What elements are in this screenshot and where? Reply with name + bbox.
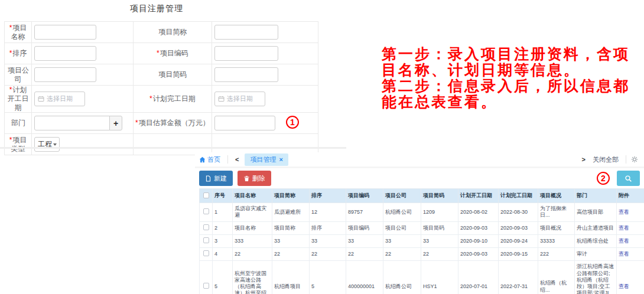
field-label: 部门 [5,113,32,134]
form-panel-edge [0,147,346,149]
project-type-select[interactable]: 工程 [34,137,60,152]
grid-body: 1瓜沥容灾减灾避瓜沥避难所1289757杭绍甬公司12092020-08-022… [200,203,644,294]
annotation-circle-1: 1 [286,116,299,129]
table-cell: 333 [233,234,272,247]
required-mark: * [9,24,12,32]
project-short-code-input[interactable] [214,67,278,82]
table-cell: 瓜沥避难所 [272,203,310,222]
project-short-name-input[interactable] [214,25,278,40]
select-all-checkbox[interactable] [203,192,209,198]
table-cell: 杭州至宁波国家高速公路（杭绍甬高速）杭州至绍兴段 [233,261,272,294]
table-cell: 33333 [538,234,575,247]
field-label: *计划开工日期 [5,86,32,113]
add-department-button[interactable]: + [109,116,122,130]
calendar-icon [218,96,225,102]
file-icon [205,175,212,182]
department-input[interactable] [34,116,110,130]
row-checkbox[interactable] [203,250,209,256]
column-header: 项目简码 [421,189,458,203]
table-cell: 89757 [346,203,383,222]
sort-order-input[interactable] [34,46,96,61]
plan-start-date-input[interactable]: 选择日期 [34,92,85,106]
table-cell: 2020-09-03 [458,248,499,261]
table-cell: 2020-07-01 [458,261,499,294]
home-tab[interactable]: 首页 [199,155,224,164]
gear-icon[interactable] [630,156,639,163]
table-cell: 2020-09-15 [499,248,538,261]
required-mark: * [135,119,138,127]
table-cell: 2020-09-03 [499,221,538,234]
plan-finish-date-input[interactable]: 选择日期 [214,92,265,106]
instruction-note: 第一步：录入项目注册资料，含项 目名称、计划日期等信息。 第二步：信息录入后，所… [382,46,644,110]
tab-project-management[interactable]: 项目管理 × [245,153,288,166]
table-cell: 项目名称 [233,221,272,234]
delete-button[interactable]: 删除 [238,171,271,186]
table-cell: 排序 [310,221,346,234]
table-cell: 22 [233,248,272,261]
table-cell: 2022-08-30 [499,203,538,222]
new-button[interactable]: 新建 [199,171,233,186]
table-row: 1瓜沥容灾减灾避瓜沥避难所1289757杭绍甬公司12092020-08-022… [200,203,644,222]
table-cell: 2020-08-02 [458,203,499,222]
estimate-amount-input[interactable] [214,116,275,130]
table-cell: 1 [213,203,233,222]
project-table: 序号项目名称项目简称排序项目编码项目公司项目简码计划开工日期计划完工日期项目概况… [199,188,644,294]
table-cell: 杭绍甬公司 [383,261,421,294]
table-cell: 12 [310,203,346,222]
divider [227,155,228,164]
table-cell: 2022-07-31 [499,261,538,294]
column-header: 附件 [617,189,644,203]
caret-down-icon [53,143,57,146]
table-cell: 杭绍甬综合处 [575,234,617,247]
row-checkbox[interactable] [203,283,209,289]
search-button[interactable] [617,171,640,186]
view-attachment-link[interactable]: 查看 [619,225,629,231]
divider [626,155,626,164]
close-all-tabs-button[interactable]: 关闭全部 [589,155,622,164]
project-code-input[interactable] [214,46,278,61]
tabs-scroll-right[interactable]: > [578,156,589,163]
view-attachment-link[interactable]: 查看 [619,209,629,215]
column-header: 计划开工日期 [458,189,499,203]
project-company-input[interactable] [34,67,96,82]
field-label: *项目编码 [134,43,212,64]
tab-bar: 首页 < 项目管理 × > 关闭全部 [195,152,644,168]
row-checkbox[interactable] [203,237,209,243]
table-cell: 为了抵御来日... [538,203,575,222]
field-label: *排序 [5,43,32,64]
table-cell: 2020-09-24 [499,234,538,247]
table-cell: 杭绍甬公司 [383,203,421,222]
close-tab-icon[interactable]: × [279,156,282,163]
field-label: *项目类型 [5,134,32,155]
table-cell: 33 [383,234,421,247]
table-cell: 33 [272,234,310,247]
table-cell: 2020-09-10 [458,234,499,247]
view-attachment-link[interactable]: 查看 [619,251,629,257]
field-label: *项目估算金额（万元） [134,113,212,134]
table-cell: 5 [213,261,233,294]
table-cell: 22 [272,248,310,261]
tabs-scroll-left[interactable]: < [232,156,242,163]
row-checkbox[interactable] [203,208,209,214]
project-register-form: *项目名称 项目简称 *排序 *项目编码 项目公司 项目简码 *计划开工日期 选… [4,21,318,155]
field-label: 项目简码 [134,64,212,86]
table-row: 333333333333332020-09-102020-09-2433333杭… [200,234,644,247]
trash-icon [243,175,250,182]
field-label: 项目公司 [5,64,32,86]
table-cell: 项目简称 [272,221,310,234]
table-cell: 审计 [575,248,617,261]
view-attachment-link[interactable]: 查看 [619,238,629,244]
required-mark: * [9,49,12,57]
table-row: 5杭州至宁波国家高速公路（杭绍甬高速）杭州至绍兴段杭绍甬项目5400000001… [200,261,644,294]
table-cell: 22 [421,248,458,261]
table-cell: 22 [346,248,383,261]
project-name-input[interactable] [34,25,96,40]
toolbar: 新建 删除 2 [195,168,644,188]
table-cell: 1209 [421,203,458,222]
table-cell: 项目编码 [346,221,383,234]
column-header: 项目概况 [538,189,575,203]
column-header: 项目编码 [346,189,383,203]
row-checkbox[interactable] [203,224,209,230]
field-label: 项目简称 [134,22,212,43]
view-attachment-link[interactable]: 查看 [619,283,629,289]
